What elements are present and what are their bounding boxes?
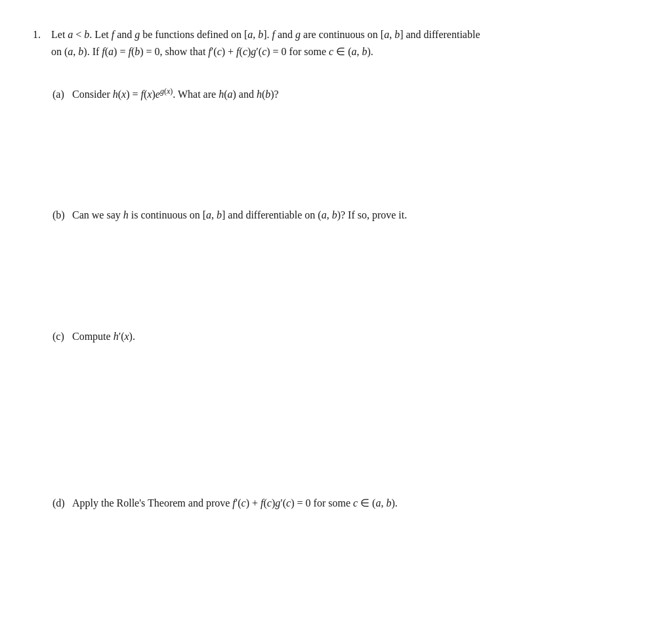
part-d: (d) Apply the Rolle's Theorem and prove … <box>52 495 639 512</box>
part-a-content: Consider h(x) = f(x)eg(x). What are h(a)… <box>72 86 639 103</box>
spacer-c <box>33 352 639 483</box>
part-b-label: (b) <box>52 207 72 224</box>
part-b-content: Can we say h is continuous on [a, b] and… <box>72 207 639 224</box>
part-b: (b) Can we say h is continuous on [a, b]… <box>52 207 639 224</box>
spacer-a <box>33 110 639 195</box>
problem-container: 1. Let a < b. Let f and g be functions d… <box>33 26 639 518</box>
part-d-content: Apply the Rolle's Theorem and prove f′(c… <box>72 495 639 512</box>
part-d-label: (d) <box>52 495 72 512</box>
problem-header: 1. Let a < b. Let f and g be functions d… <box>33 26 639 61</box>
part-c-label: (c) <box>52 328 72 345</box>
part-a: (a) Consider h(x) = f(x)eg(x). What are … <box>52 86 639 103</box>
part-a-label: (a) <box>52 86 72 103</box>
problem-number: 1. <box>33 26 51 43</box>
problem-statement: Let a < b. Let f and g be functions defi… <box>51 26 639 61</box>
part-c-content: Compute h′(x). <box>72 328 639 345</box>
spacer-b <box>33 231 639 316</box>
part-c: (c) Compute h′(x). <box>52 328 639 345</box>
